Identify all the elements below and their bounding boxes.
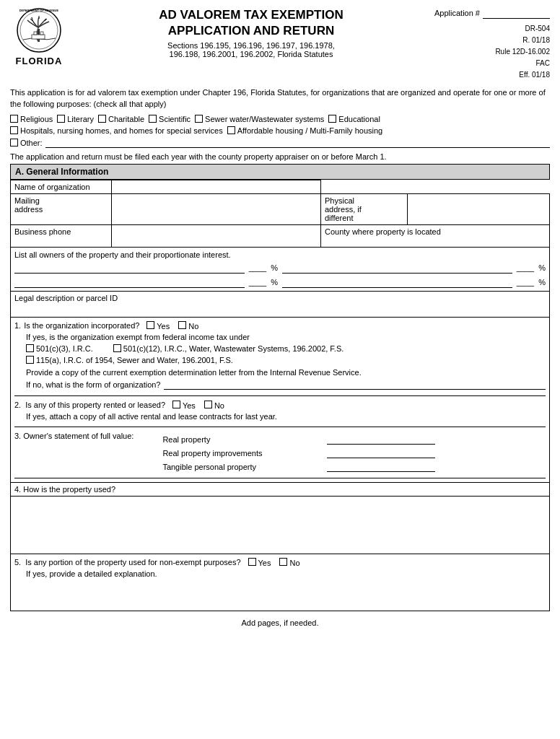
org-name-label: Name of organization (11, 180, 112, 193)
checkbox-sewer[interactable]: Sewer water/Wastewater systems (195, 115, 324, 123)
checkbox-affordable[interactable]: Affordable housing / Multi-Family housin… (227, 126, 383, 135)
checkbox-other-label: Other: (20, 139, 43, 147)
legal-section: Legal description or parcel ID (10, 292, 550, 318)
checkbox-other[interactable]: Other: (10, 139, 43, 147)
q2-yes-box[interactable] (172, 401, 180, 408)
q1-sub: If yes, is the organization exempt from … (26, 333, 546, 390)
q1-line: 1. Is the organization incorporated? Yes… (14, 321, 546, 331)
app-number-label: Application # (434, 7, 480, 20)
checkbox-religious-box[interactable] (10, 115, 18, 123)
section-a-header: A. General Information (10, 164, 550, 180)
divider-3 (14, 478, 546, 478)
mailing-input[interactable] (115, 196, 317, 205)
checkbox-scientific[interactable]: Scientific (149, 115, 191, 123)
q2-no-label: No (214, 401, 224, 410)
q5-yes-box[interactable] (248, 558, 256, 566)
checkbox-religious[interactable]: Religious (10, 115, 53, 123)
checkbox-educational[interactable]: Educational (328, 115, 380, 123)
q1-copy-note: Provide a copy of the current exemption … (26, 368, 546, 377)
app-number-field[interactable] (483, 9, 550, 19)
q3-block: 3. Owner's statement of full value: Real… (14, 432, 546, 472)
checkbox-scientific-box[interactable] (149, 115, 157, 123)
q1-no-box[interactable] (178, 321, 186, 329)
q3-improvements-label: Real property improvements (162, 449, 321, 458)
checkbox-affordable-box[interactable] (227, 126, 235, 134)
q3-fields: Real property Real property improvements… (162, 434, 435, 472)
legal-label: Legal description or parcel ID (14, 294, 546, 302)
filing-note: The application and return must be filed… (10, 152, 550, 161)
title-area: AD VALOREM TAX EXEMPTION APPLICATION AND… (68, 7, 434, 58)
checkbox-other-box[interactable] (10, 139, 18, 147)
phone-field[interactable] (112, 224, 321, 247)
subtitle-text: Sections 196.195, 196.196, 196.197, 196.… (75, 41, 427, 58)
q5-line: 5. Is any portion of the property used f… (14, 558, 546, 567)
checkbox-hospitals-label: Hospitals, nursing homes, and homes for … (20, 126, 223, 135)
owner2-name2-field[interactable] (282, 276, 512, 288)
physical-label: Physical address, if different (321, 193, 408, 224)
owner1-name2-field[interactable] (282, 262, 512, 274)
physical-input[interactable] (411, 196, 546, 205)
q1-opt2-box[interactable] (113, 344, 121, 352)
q1-number: 1. (14, 321, 21, 330)
q1-yes-label: Yes (157, 322, 170, 331)
q3-real-property-field[interactable] (327, 434, 435, 445)
q1-opt1[interactable]: 501(c)(3), I.R.C. (26, 344, 93, 353)
q1-if-no: If no, what is the form of organization? (26, 380, 546, 390)
q4-text: How is the property used? (23, 485, 115, 494)
q1-form-field[interactable] (164, 380, 546, 390)
checkbox-charitable[interactable]: Charitable (98, 115, 144, 123)
main-title-line1: AD VALOREM TAX EXEMPTION (75, 7, 427, 23)
county-label: County where property is located (325, 227, 441, 236)
q1-no-check[interactable]: No (178, 321, 198, 331)
q5-number: 5. (14, 558, 21, 567)
q4-answer-box[interactable] (10, 497, 550, 554)
q5-yes-check[interactable]: Yes (248, 558, 271, 567)
q4-section: 4. How is the property used? (10, 483, 550, 497)
owner2-name-field[interactable] (14, 276, 245, 288)
owners-section: List all owners of the property and thei… (10, 248, 550, 292)
q3-tangible-field[interactable] (327, 462, 435, 472)
q2-yes-check[interactable]: Yes (172, 401, 196, 410)
q3-row: 3. Owner's statement of full value: Real… (14, 432, 546, 472)
q2-no-box[interactable] (204, 401, 212, 408)
org-name-input[interactable] (115, 183, 317, 191)
q3-improvements-field[interactable] (327, 448, 435, 458)
checkbox-sewer-box[interactable] (195, 115, 203, 123)
q1-opt3[interactable]: 115(a), I.R.C. of 1954, Sewer and Water,… (26, 356, 233, 364)
checkbox-charitable-box[interactable] (98, 115, 106, 123)
phone-input[interactable] (115, 227, 317, 236)
checkbox-literary-box[interactable] (57, 115, 65, 123)
svg-rect-3 (32, 35, 45, 39)
county-cell: County where property is located (321, 224, 550, 247)
q5-no-label: No (289, 559, 299, 567)
checkbox-affordable-label: Affordable housing / Multi-Family housin… (237, 126, 383, 135)
org-name-field[interactable] (112, 180, 321, 193)
q1-yes-box[interactable] (146, 321, 154, 329)
q5-answer-area[interactable] (14, 578, 546, 607)
county-input[interactable] (328, 236, 458, 245)
q4-number: 4. (14, 485, 21, 494)
q3-tangible-row: Tangible personal property (162, 462, 435, 472)
checkbox-hospitals-box[interactable] (10, 126, 18, 134)
checkbox-educational-box[interactable] (328, 115, 336, 123)
owner1-name-field[interactable] (14, 262, 245, 274)
q1-yes-check[interactable]: Yes (146, 321, 170, 331)
top-right-info: Application # DR-504 R. 01/18 Rule 12D-1… (434, 7, 550, 81)
q5-no-box[interactable] (279, 558, 287, 566)
q1-opt1-box[interactable] (26, 344, 34, 352)
physical-field[interactable] (408, 193, 550, 224)
checkbox-hospitals[interactable]: Hospitals, nursing homes, and homes for … (10, 126, 223, 135)
other-field[interactable] (45, 138, 550, 148)
checkbox-literary[interactable]: Literary (57, 115, 94, 123)
q1-text: Is the organization incorporated? (24, 321, 139, 330)
q2-no-check[interactable]: No (204, 401, 224, 410)
dr-info: DR-504 R. 01/18 Rule 12D-16.002 FAC Eff.… (434, 23, 550, 81)
mailing-field[interactable] (112, 193, 321, 224)
q1-opt2[interactable]: 501(c)(12), I.R.C., Water, Wastewater Sy… (113, 344, 344, 353)
q5-no-check[interactable]: No (279, 558, 299, 567)
svg-rect-5 (40, 32, 43, 35)
q5-text: Is any portion of the property used for … (25, 558, 240, 567)
divider-1 (14, 395, 546, 396)
owner-row-1: ____% ____% (14, 262, 546, 274)
q1-opt3-box[interactable] (26, 356, 34, 364)
